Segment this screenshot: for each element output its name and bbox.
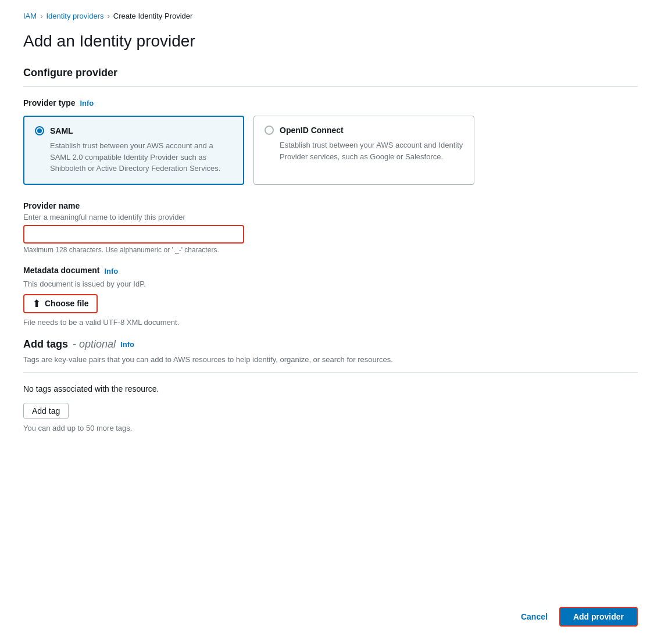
page-container: IAM › Identity providers › Create Identi… [0,0,661,644]
provider-name-note: Maximum 128 characters. Use alphanumeric… [23,246,638,254]
page-title: Add an Identity provider [23,32,638,51]
no-tags-text: No tags associated with the resource. [23,384,638,393]
add-tags-desc: Tags are key-value pairs that you can ad… [23,354,638,366]
tags-note: You can add up to 50 more tags. [23,424,638,432]
choose-file-button[interactable]: ⬆ Choose file [23,294,98,313]
breadcrumb-sep-1: › [40,12,42,20]
add-tags-title: Add tags [23,338,68,350]
choose-file-label: Choose file [45,299,88,308]
openid-radio[interactable] [265,126,274,135]
saml-radio-inner [37,128,42,133]
configure-provider-heading: Configure provider [23,67,638,79]
tags-divider [23,372,638,373]
openid-card[interactable]: OpenID Connect Establish trust between y… [253,116,474,185]
footer-actions: Cancel Add provider [521,607,638,627]
saml-card[interactable]: SAML Establish trust between your AWS ac… [23,116,244,185]
add-provider-button[interactable]: Add provider [559,607,638,627]
provider-name-label: Provider name [23,201,638,210]
add-tags-header: Add tags - optional Info [23,338,638,350]
provider-name-input[interactable] [23,225,244,244]
breadcrumb-sep-2: › [107,12,109,20]
openid-card-header: OpenID Connect [265,126,463,135]
openid-card-desc: Establish trust between your AWS account… [265,139,463,162]
configure-divider [23,86,638,87]
breadcrumb-iam[interactable]: IAM [23,12,37,20]
metadata-document-field: Metadata document Info This document is … [23,266,638,327]
add-tags-info-link[interactable]: Info [120,340,134,349]
provider-type-info-link[interactable]: Info [80,99,94,108]
saml-radio[interactable] [35,126,44,135]
metadata-info-link[interactable]: Info [104,267,118,276]
upload-icon: ⬆ [33,298,40,309]
openid-card-title: OpenID Connect [280,126,344,135]
provider-name-hint: Enter a meaningful name to identify this… [23,213,638,221]
breadcrumb: IAM › Identity providers › Create Identi… [23,12,638,20]
metadata-hint: This document is issued by your IdP. [23,280,638,288]
metadata-label: Metadata document [23,266,99,275]
add-tag-label: Add tag [32,406,60,416]
add-tag-button[interactable]: Add tag [23,403,69,419]
saml-card-title: SAML [50,126,73,135]
saml-card-desc: Establish trust between your AWS account… [35,140,233,174]
breadcrumb-current: Create Identity Provider [113,12,193,20]
provider-name-field: Provider name Enter a meaningful name to… [23,201,638,254]
metadata-label-row: Metadata document Info [23,266,638,277]
provider-type-row: Provider type Info [23,98,638,108]
breadcrumb-identity-providers[interactable]: Identity providers [46,12,103,20]
provider-cards: SAML Establish trust between your AWS ac… [23,116,638,185]
provider-type-label: Provider type [23,98,75,108]
file-note: File needs to be a valid UTF-8 XML docum… [23,318,638,327]
cancel-button[interactable]: Cancel [521,612,548,621]
add-tags-optional: - optional [73,338,116,350]
saml-card-header: SAML [35,126,233,135]
